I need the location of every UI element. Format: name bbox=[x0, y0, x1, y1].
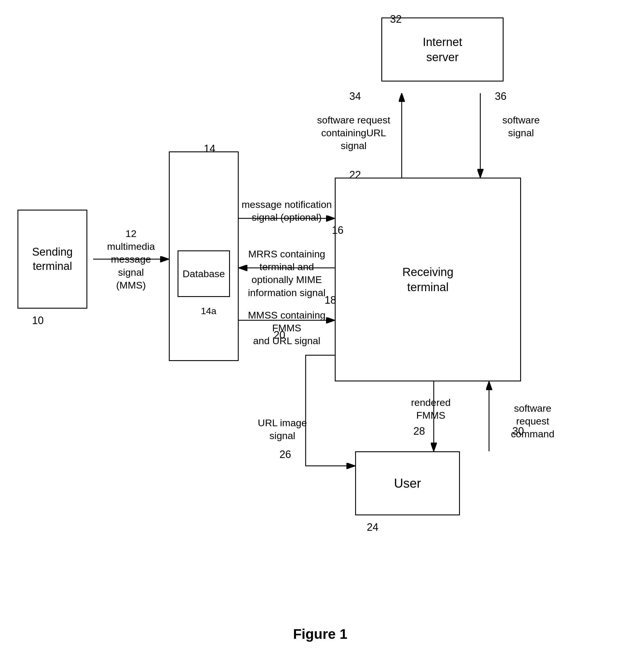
ref-32: 32 bbox=[390, 13, 402, 25]
software-signal-label: software signal bbox=[492, 114, 550, 139]
mmss-label: MMSS containing FMMS and URL signal bbox=[242, 309, 332, 347]
database-label: Database bbox=[183, 268, 225, 280]
url-image-label: URL image signal bbox=[253, 416, 311, 442]
software-request-url-label: software request containingURL signal bbox=[309, 114, 399, 152]
ref-28: 28 bbox=[413, 425, 425, 437]
ref-14a: 14a bbox=[201, 306, 216, 316]
user-label: User bbox=[394, 475, 421, 491]
ref-22: 22 bbox=[349, 169, 361, 181]
figure-title: Figure 1 bbox=[233, 626, 408, 642]
internet-server-label: Internet server bbox=[423, 34, 462, 65]
user-box: User bbox=[355, 451, 460, 515]
message-notification-label: message notification signal (optional) bbox=[242, 198, 332, 224]
ref-36: 36 bbox=[495, 90, 506, 102]
receiving-terminal-box: Receiving terminal bbox=[335, 177, 521, 381]
ref-14: 14 bbox=[204, 143, 215, 155]
ref-10: 10 bbox=[32, 314, 44, 327]
receiving-terminal-label: Receiving terminal bbox=[402, 264, 454, 295]
ref-30: 30 bbox=[512, 425, 524, 437]
sending-terminal-label: Sending terminal bbox=[32, 245, 72, 274]
software-request-cmd-label: software request command bbox=[501, 402, 565, 440]
diagram: Internet server 32 MMSC 14 Database 14a … bbox=[0, 0, 627, 672]
ref-34: 34 bbox=[349, 90, 361, 102]
ref-16: 16 bbox=[332, 224, 343, 236]
multimedia-message-label: 12 multimedia message signal (MMS) bbox=[96, 227, 166, 291]
ref-26: 26 bbox=[280, 448, 291, 461]
rendered-fmms-label: rendered FMMS bbox=[408, 396, 454, 422]
mrrs-label: MRRS containing terminal and optionally … bbox=[242, 247, 332, 299]
database-box: Database bbox=[177, 250, 230, 297]
ref-24: 24 bbox=[367, 521, 379, 533]
ref-20: 20 bbox=[274, 329, 285, 341]
sending-terminal-box: Sending terminal bbox=[18, 210, 87, 309]
internet-server-box: Internet server bbox=[381, 18, 504, 81]
ref-18: 18 bbox=[324, 294, 336, 306]
